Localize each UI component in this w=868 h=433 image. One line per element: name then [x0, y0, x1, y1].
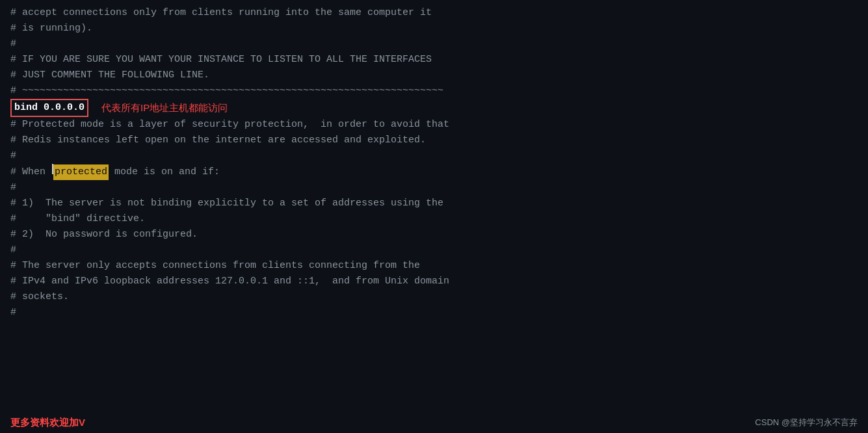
- bind-command: bind 0.0.0.0: [10, 99, 88, 117]
- bottom-bar: 更多资料欢迎加V CSDN @坚持学习永不言弃: [0, 412, 868, 433]
- code-line: # IPv4 and IPv6 loopback addresses 127.0…: [10, 274, 858, 289]
- code-line: # sockets.: [10, 289, 858, 305]
- code-line: #: [10, 180, 858, 196]
- code-area: # accept connections only from clients r…: [0, 0, 868, 433]
- code-line: # 2) No password is configured.: [10, 227, 858, 243]
- code-line: bind 0.0.0.0代表所有IP地址主机都能访问: [10, 99, 858, 117]
- code-line: # 1) The server is not binding explicitl…: [10, 196, 858, 211]
- code-line: #: [10, 243, 858, 258]
- highlighted-word: protected: [53, 164, 109, 180]
- code-line: # The server only accepts connections fr…: [10, 258, 858, 274]
- code-line: # is running).: [10, 21, 858, 36]
- annotation-text: 代表所有IP地址主机都能访问: [101, 100, 228, 116]
- code-line: # IF YOU ARE SURE YOU WANT YOUR INSTANCE…: [10, 52, 858, 68]
- code-line: # When protected mode is on and if:: [10, 164, 858, 180]
- bottom-left-text: 更多资料欢迎加V: [10, 415, 85, 430]
- code-line: #: [10, 305, 858, 321]
- line-before-cursor: # When: [10, 164, 51, 180]
- code-line: # Redis instances left open on the inter…: [10, 133, 858, 148]
- code-line: #: [10, 148, 858, 164]
- line-after-highlight: mode is on and if:: [109, 164, 220, 180]
- code-line: # "bind" directive.: [10, 211, 858, 227]
- code-line: # accept connections only from clients r…: [10, 5, 858, 21]
- code-line: #: [10, 36, 858, 52]
- code-line: # JUST COMMENT THE FOLLOWING LINE.: [10, 68, 858, 83]
- bottom-right-text: CSDN @坚持学习永不言弃: [755, 416, 858, 430]
- code-line: # Protected mode is a layer of security …: [10, 117, 858, 133]
- code-line: # ~~~~~~~~~~~~~~~~~~~~~~~~~~~~~~~~~~~~~~…: [10, 83, 858, 99]
